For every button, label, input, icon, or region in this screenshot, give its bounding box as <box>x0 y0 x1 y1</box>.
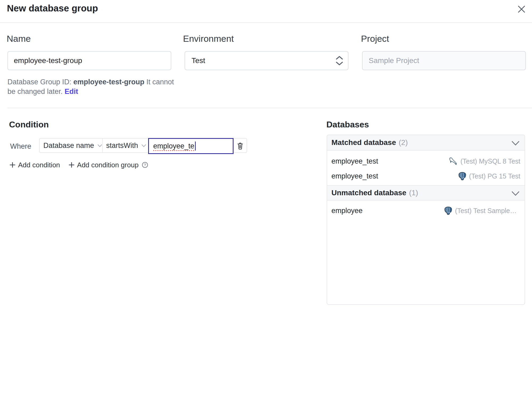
svg-text:?: ? <box>144 163 146 167</box>
